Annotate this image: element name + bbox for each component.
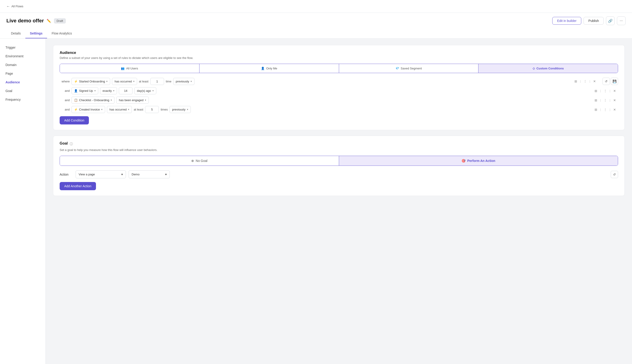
condition-rows: where ⚡ Started Onboarding ▾ has occurre… — [60, 78, 618, 113]
row2-event-icon: 👤 — [74, 89, 78, 92]
layout: Trigger Environment Domain Page Audience… — [0, 38, 632, 364]
row1-event-icon: ⚡ — [74, 80, 78, 83]
sidebar-item-goal[interactable]: Goal — [0, 86, 46, 95]
row4-event-select[interactable]: ⚡ Created Invoice ▾ — [72, 106, 105, 113]
tab-details[interactable]: Details — [7, 29, 25, 38]
goal-info-icon[interactable]: ⓘ — [70, 142, 73, 146]
row1-more-icon[interactable]: ⋮ — [582, 78, 588, 85]
seg-tab-only-me-label: Only Me — [266, 67, 277, 70]
tab-settings[interactable]: Settings — [25, 29, 47, 38]
row1-save-button[interactable]: 💾 — [611, 78, 618, 85]
row2-unit-label: day(s) ago — [137, 89, 151, 92]
row4-operator-select[interactable]: has occurred ▾ — [107, 106, 132, 113]
row4-event-icon: ⚡ — [74, 108, 78, 111]
seg-tab-custom-conditions-label: Custom Conditions — [536, 67, 564, 70]
row1-reset-button[interactable]: ↺ — [602, 78, 610, 85]
action-type-label: View a page — [79, 173, 95, 176]
goal-tab-no-goal[interactable]: ⊗ No Goal — [60, 156, 339, 166]
goal-tabs: ⊗ No Goal 🎯 Perform An Action — [60, 156, 618, 166]
row2-delete-icon[interactable]: ✕ — [611, 88, 618, 94]
row2-prefix: and — [60, 89, 70, 92]
no-goal-icon: ⊗ — [191, 159, 194, 162]
row1-filter-icon[interactable]: ⊞ — [572, 78, 579, 85]
more-options-button[interactable]: ··· — [617, 16, 625, 25]
row1-value-input[interactable] — [150, 78, 164, 85]
action-type-chevron: ▾ — [121, 173, 123, 176]
sidebar: Trigger Environment Domain Page Audience… — [0, 38, 46, 364]
sidebar-item-domain[interactable]: Domain — [0, 60, 46, 69]
row1-event-chevron: ▾ — [106, 80, 108, 83]
add-condition-button[interactable]: Add Condition — [60, 116, 89, 124]
audience-title: Audience — [60, 51, 618, 55]
seg-tab-custom-conditions[interactable]: ◇ Custom Conditions — [478, 64, 618, 73]
main-content: Audience Define a subset of your users b… — [46, 38, 632, 364]
row2-event-chevron: ▾ — [94, 89, 96, 92]
seg-tab-all-users[interactable]: 👥 All Users — [60, 64, 200, 73]
add-another-action-button[interactable]: Add Another Action — [60, 182, 96, 190]
seg-tab-saved-segment[interactable]: 💎 Saved Segment — [339, 64, 479, 73]
action-value-select[interactable]: Demo ▾ — [129, 170, 170, 178]
row2-event-select[interactable]: 👤 Signed Up ▾ — [72, 87, 98, 94]
action-reset-button[interactable]: ↺ — [611, 171, 618, 178]
row2-unit-select[interactable]: day(s) ago ▾ — [134, 87, 156, 94]
back-label: All Flows — [12, 4, 23, 8]
sidebar-item-frequency[interactable]: Frequency — [0, 95, 46, 104]
row1-timeref-chevron: ▾ — [191, 80, 192, 83]
goal-title-row: Goal ⓘ — [60, 141, 618, 147]
goal-title: Goal — [60, 141, 68, 146]
header-row: Live demo offer ✏️ Draft Edit in builder… — [7, 16, 625, 25]
header-actions: Edit in builder Publish 🔗 ··· — [552, 16, 625, 25]
seg-tab-only-me[interactable]: 👤 Only Me — [200, 64, 339, 73]
row1-timeref-select[interactable]: previously ▾ — [173, 78, 194, 85]
row3-more-icon[interactable]: ⋮ — [602, 97, 609, 104]
seg-tab-all-users-label: All Users — [126, 67, 138, 70]
row4-timeref-select[interactable]: previously ▾ — [170, 106, 191, 113]
row3-operator-label: has been engaged — [119, 98, 144, 102]
row2-more-icon[interactable]: ⋮ — [602, 88, 609, 94]
goal-tab-perform-action[interactable]: 🎯 Perform An Action — [339, 156, 618, 166]
action-value-label: Demo — [132, 173, 140, 176]
sidebar-item-environment[interactable]: Environment — [0, 52, 46, 60]
row3-operator-chevron: ▾ — [145, 99, 146, 102]
goal-section: Goal ⓘ Set a goal to help you measure ho… — [53, 136, 625, 196]
tab-flow-analytics[interactable]: Flow Analytics — [47, 29, 77, 38]
saved-segment-icon: 💎 — [395, 67, 399, 70]
segment-tabs: 👥 All Users 👤 Only Me 💎 Saved Segment ◇ … — [60, 64, 618, 73]
row4-operator-label: has occurred — [110, 108, 127, 111]
row3-delete-icon[interactable]: ✕ — [611, 97, 618, 104]
row4-delete-icon[interactable]: ✕ — [611, 106, 618, 113]
sidebar-item-audience[interactable]: Audience — [0, 78, 46, 86]
row2-operator-select[interactable]: exactly ▾ — [100, 87, 117, 94]
custom-conditions-icon: ◇ — [533, 67, 535, 70]
sidebar-item-page[interactable]: Page — [0, 69, 46, 78]
row4-more-icon[interactable]: ⋮ — [602, 106, 609, 113]
row4-unit-label: times — [161, 108, 168, 111]
row3-operator-select[interactable]: has been engaged ▾ — [116, 96, 149, 104]
audience-section: Audience Define a subset of your users b… — [53, 45, 625, 130]
row4-filter-icon[interactable]: ⊞ — [592, 106, 599, 113]
back-link[interactable]: ← All Flows — [7, 4, 23, 8]
edit-in-builder-button[interactable]: Edit in builder — [552, 17, 581, 25]
edit-title-icon[interactable]: ✏️ — [47, 19, 51, 23]
row1-delete-icon[interactable]: ✕ — [591, 78, 598, 85]
action-value-chevron: ▾ — [165, 173, 167, 176]
perform-action-icon: 🎯 — [461, 159, 465, 162]
row2-value-input[interactable] — [119, 87, 133, 94]
row3-filter-icon[interactable]: ⊞ — [592, 97, 599, 104]
row3-event-select[interactable]: 📋 Checklist - Onboarding ▾ — [72, 96, 115, 104]
row3-event-label: Checklist - Onboarding — [79, 98, 109, 102]
publish-button[interactable]: Publish — [583, 17, 604, 25]
sidebar-item-trigger[interactable]: Trigger — [0, 43, 46, 52]
action-type-select[interactable]: View a page ▾ — [76, 170, 126, 178]
row2-event-label: Signed Up — [79, 89, 93, 92]
row1-unit-label: time — [166, 80, 172, 83]
row1-event-select[interactable]: ⚡ Started Onboarding ▾ — [72, 78, 110, 85]
row1-operator-select[interactable]: has occurred ▾ — [112, 78, 137, 85]
link-icon-button[interactable]: 🔗 — [606, 16, 615, 25]
row4-prefix: and — [60, 108, 70, 111]
condition-row-3: and 📋 Checklist - Onboarding ▾ has been … — [60, 96, 618, 104]
draft-badge: Draft — [54, 18, 66, 24]
row2-filter-icon[interactable]: ⊞ — [592, 88, 599, 94]
goal-desc: Set a goal to help you measure how this … — [60, 148, 618, 152]
row4-value-input[interactable] — [145, 106, 159, 113]
